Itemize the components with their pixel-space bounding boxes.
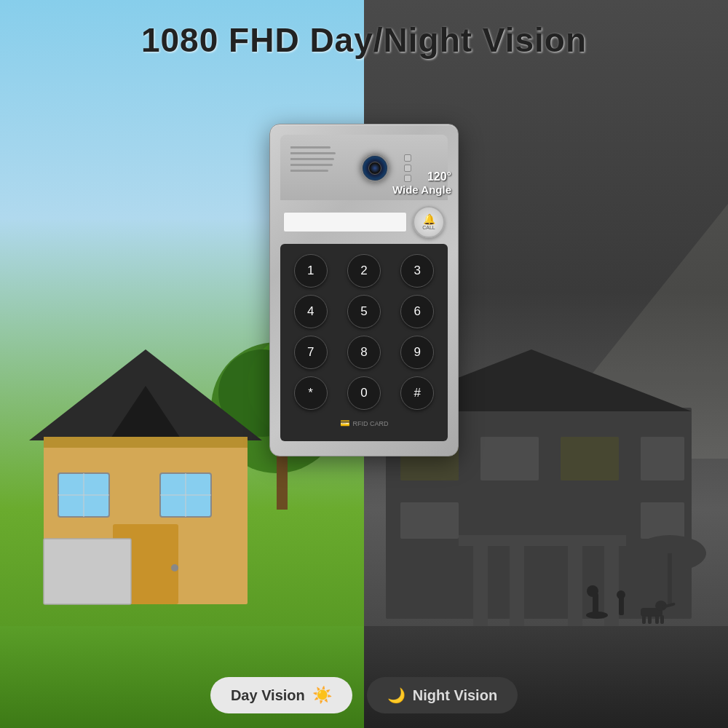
key-7[interactable]: 7 xyxy=(294,336,328,369)
rfid-card-icon: 💳 xyxy=(340,419,350,428)
call-button[interactable]: 🔔 CALL xyxy=(413,206,445,238)
key-6[interactable]: 6 xyxy=(400,295,434,328)
svg-rect-20 xyxy=(480,437,539,480)
svg-rect-27 xyxy=(568,539,582,626)
camera-section: 120° Wide Angle xyxy=(280,135,448,200)
camera-lens xyxy=(360,154,389,183)
svg-rect-3 xyxy=(277,451,288,510)
angle-value: 120° xyxy=(392,170,451,183)
moon-icon: 🌙 xyxy=(387,687,405,704)
camera-lens-container xyxy=(360,154,389,183)
doorbell-device: 120° Wide Angle 🔔 CALL 123456789*0# 💳 RF… xyxy=(269,124,459,456)
key-5[interactable]: 5 xyxy=(347,295,381,328)
day-vision-badge: Day Vision ☀️ xyxy=(210,677,352,713)
night-vision-badge: 🌙 Night Vision xyxy=(367,677,518,713)
nameplate xyxy=(283,212,407,232)
wide-angle-label: 120° Wide Angle xyxy=(392,170,451,197)
grill-line-2 xyxy=(290,152,336,154)
svg-rect-33 xyxy=(619,597,624,615)
svg-rect-12 xyxy=(44,539,131,604)
speaker-grill xyxy=(288,143,339,191)
svg-rect-39 xyxy=(642,615,646,624)
svg-rect-23 xyxy=(400,502,459,539)
svg-rect-40 xyxy=(648,615,652,624)
call-label: CALL xyxy=(422,225,435,230)
svg-rect-21 xyxy=(561,437,619,480)
day-vision-label: Day Vision xyxy=(231,687,305,704)
grill-line-4 xyxy=(290,164,333,166)
key-hash[interactable]: # xyxy=(400,376,434,410)
sun-icon: ☀️ xyxy=(312,686,332,705)
key-8[interactable]: 8 xyxy=(347,336,381,369)
svg-rect-11 xyxy=(44,437,248,448)
svg-rect-24 xyxy=(641,502,684,539)
rfid-label: RFID CARD xyxy=(353,420,389,427)
svg-point-32 xyxy=(587,585,598,597)
key-9[interactable]: 9 xyxy=(400,336,434,369)
svg-rect-41 xyxy=(655,615,659,624)
night-vision-label: Night Vision xyxy=(413,687,497,704)
key-2[interactable]: 2 xyxy=(347,254,381,288)
keypad-section: 123456789*0# 💳 RFID CARD xyxy=(280,244,448,441)
key-1[interactable]: 1 xyxy=(294,254,328,288)
svg-rect-28 xyxy=(604,539,619,626)
svg-rect-29 xyxy=(459,535,626,546)
keypad-grid: 123456789*0# xyxy=(288,254,440,410)
grill-line-1 xyxy=(290,146,331,149)
wide-angle-text: Wide Angle xyxy=(392,183,451,197)
camera-lens-inner xyxy=(368,162,381,175)
badges-container: Day Vision ☀️ 🌙 Night Vision xyxy=(0,677,728,713)
key-star[interactable]: * xyxy=(294,376,328,410)
grill-line-5 xyxy=(290,170,328,172)
grill-line-3 xyxy=(290,158,334,160)
nameplate-row: 🔔 CALL xyxy=(280,206,448,238)
main-title: 1080 FHD Day/Night Vision xyxy=(0,20,728,60)
rfid-area: 💳 RFID CARD xyxy=(288,416,440,431)
svg-rect-25 xyxy=(473,539,488,626)
svg-rect-42 xyxy=(660,615,664,624)
device-panel-wrapper: 120° Wide Angle 🔔 CALL 123456789*0# 💳 RF… xyxy=(269,124,459,456)
svg-point-10 xyxy=(171,564,178,571)
ir-led-1 xyxy=(404,154,411,162)
svg-rect-26 xyxy=(510,539,524,626)
svg-rect-22 xyxy=(641,437,684,480)
svg-point-34 xyxy=(617,590,625,599)
svg-rect-36 xyxy=(668,553,672,604)
key-3[interactable]: 3 xyxy=(400,254,434,288)
bell-icon: 🔔 xyxy=(423,214,435,224)
key-4[interactable]: 4 xyxy=(294,295,328,328)
key-0[interactable]: 0 xyxy=(347,376,381,410)
rfid-icon: 💳 RFID CARD xyxy=(340,419,389,428)
